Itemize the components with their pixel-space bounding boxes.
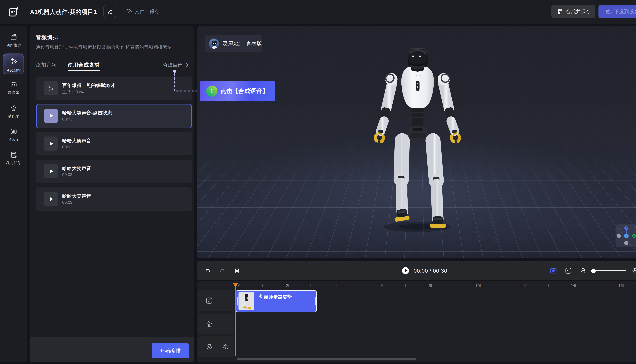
svg-text:X: X — [633, 234, 635, 237]
svg-text:Y: Y — [625, 234, 627, 237]
svg-text:Z: Z — [625, 227, 627, 230]
svg-text:AELOS: AELOS — [414, 74, 421, 76]
